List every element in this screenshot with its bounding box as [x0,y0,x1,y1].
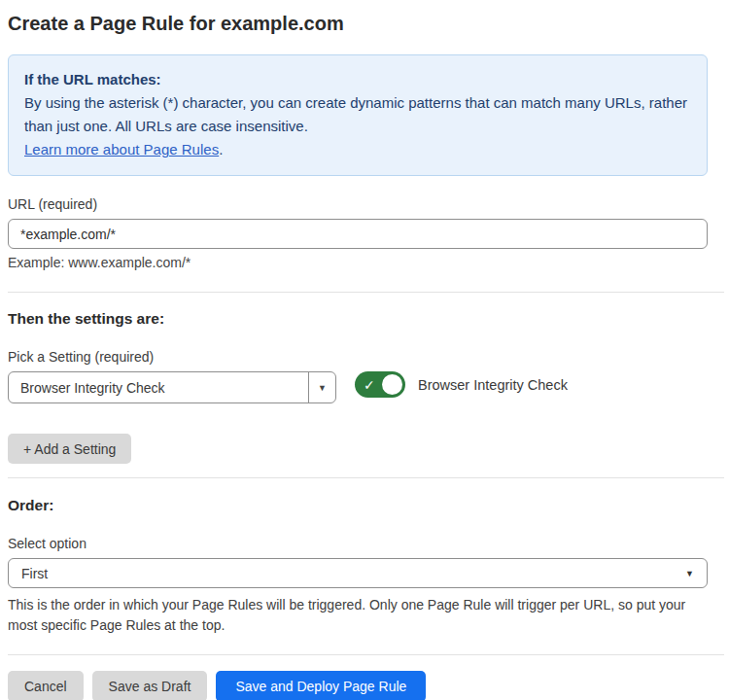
order-select[interactable]: First ▼ [8,558,708,588]
info-box-link-line: Learn more about Page Rules. [24,138,691,161]
footer-buttons: Cancel Save as Draft Save and Deploy Pag… [8,671,708,700]
order-select-value: First [21,566,48,581]
chevron-down-icon[interactable]: ▼ [308,372,335,402]
setting-picker-label: Pick a Setting (required) [8,349,708,365]
order-section-heading: Order: [8,497,708,514]
info-box-body: By using the asterisk (*) character, you… [24,91,691,138]
setting-picker-dropdown[interactable]: Browser Integrity Check ▼ [8,371,336,403]
save-as-draft-button[interactable]: Save as Draft [92,671,208,700]
chevron-down-icon: ▼ [685,569,694,578]
setting-picker-value: Browser Integrity Check [9,372,308,402]
url-field-label: URL (required) [8,196,708,212]
toggle-knob [382,374,402,395]
setting-toggle-wrap: ✓ Browser Integrity Check [355,371,568,398]
info-box-heading: If the URL matches: [24,68,691,91]
url-field-hint: Example: www.example.com/* [8,255,708,270]
add-setting-button[interactable]: + Add a Setting [8,434,131,464]
order-select-label: Select option [8,536,708,551]
url-input[interactable] [8,219,708,249]
divider [8,477,724,478]
toggle-label: Browser Integrity Check [418,377,568,393]
learn-more-link[interactable]: Learn more about Page Rules [24,141,219,158]
save-and-deploy-button[interactable]: Save and Deploy Page Rule [216,671,426,700]
page-title: Create a Page Rule for example.com [8,13,708,35]
browser-integrity-toggle[interactable]: ✓ [355,371,405,398]
divider [8,292,724,293]
url-match-info-box: If the URL matches: By using the asteris… [8,54,708,176]
cancel-button[interactable]: Cancel [8,671,84,700]
check-icon: ✓ [364,377,375,391]
order-description: This is the order in which your Page Rul… [8,595,712,636]
divider [8,654,724,655]
setting-row: Browser Integrity Check ▼ ✓ Browser Inte… [8,371,708,403]
create-page-rule-panel: Create a Page Rule for example.com If th… [0,0,729,700]
link-suffix: . [219,141,223,158]
settings-section-heading: Then the settings are: [8,310,708,328]
